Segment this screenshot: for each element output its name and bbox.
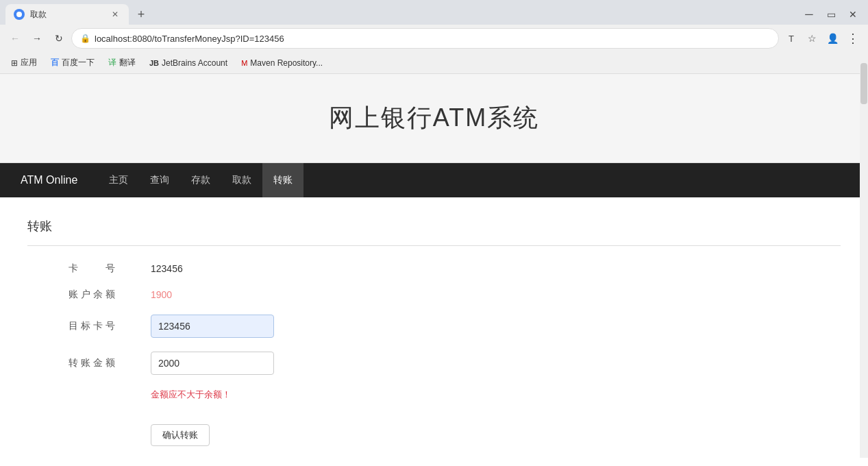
amount-row: 转账金额 (69, 352, 841, 375)
card-number-value: 123456 (151, 263, 183, 274)
submit-row: 确认转账 (69, 424, 841, 446)
page-content: 网上银行ATM系统 ATM Online 主页 查询 存款 取款 转账 转账 卡… (0, 74, 868, 466)
target-card-input[interactable] (151, 315, 274, 338)
amount-label: 转账金额 (69, 357, 151, 369)
tab-label: 取款 (30, 9, 104, 21)
bookmark-baidu-label: 百度一下 (62, 57, 95, 69)
transfer-form: 卡 号 123456 账户余额 1900 目标卡号 转账金额 金额应不大 (69, 262, 841, 446)
profile-icon[interactable]: 👤 (823, 29, 842, 48)
bookmark-translate[interactable]: 译 翻译 (103, 56, 141, 70)
bookmarks-bar: ⊞ 应用 百 百度一下 译 翻译 JB JetBrains Account M … (0, 52, 868, 74)
forward-button[interactable]: → (27, 29, 47, 48)
bookmark-translate-label: 翻译 (119, 57, 136, 69)
nav-deposit[interactable]: 存款 (180, 163, 221, 197)
error-row: 金额应不大于余额！ (69, 389, 841, 410)
main-content: 转账 卡 号 123456 账户余额 1900 目标卡号 转账金额 (0, 197, 868, 466)
target-card-row: 目标卡号 (69, 315, 841, 338)
amount-input[interactable] (151, 352, 274, 375)
bookmark-maven[interactable]: M Maven Repository... (236, 57, 328, 69)
form-section-title: 转账 (27, 218, 841, 234)
browser-controls: ← → ↻ 🔒 localhost:8080/toTransferMoneyJs… (0, 25, 868, 52)
bookmark-maven-label: Maven Repository... (250, 58, 323, 68)
scrollbar[interactable] (860, 60, 868, 458)
address-text: localhost:8080/toTransferMoneyJsp?ID=123… (95, 34, 770, 44)
bookmark-apps-label: 应用 (21, 57, 37, 69)
maximize-button[interactable]: ▭ (821, 5, 841, 24)
navbar-brand: ATM Online (14, 174, 84, 186)
navbar: ATM Online 主页 查询 存款 取款 转账 (0, 163, 868, 197)
site-header: 网上银行ATM系统 (0, 74, 868, 163)
bookmark-jetbrains-label: JetBrains Account (162, 58, 227, 68)
svg-point-0 (16, 12, 22, 17)
nav-withdraw[interactable]: 取款 (221, 163, 262, 197)
submit-button[interactable]: 确认转账 (151, 424, 210, 446)
bookmark-apps[interactable]: ⊞ 应用 (5, 56, 42, 70)
tab-favicon (14, 9, 25, 20)
nav-query[interactable]: 查询 (139, 163, 180, 197)
lock-icon: 🔒 (80, 34, 90, 43)
card-number-row: 卡 号 123456 (69, 262, 841, 275)
nav-home[interactable]: 主页 (98, 163, 139, 197)
scrollbar-thumb[interactable] (860, 63, 867, 104)
bookmark-jetbrains[interactable]: JB JetBrains Account (144, 57, 233, 69)
section-divider (27, 245, 841, 246)
balance-row: 账户余额 1900 (69, 289, 841, 301)
target-card-label: 目标卡号 (69, 320, 151, 332)
minimize-button[interactable]: ─ (799, 5, 819, 24)
title-bar: 取款 ✕ + ─ ▭ ✕ (0, 0, 868, 25)
balance-value: 1900 (151, 289, 172, 300)
baidu-icon: 百 (51, 57, 59, 69)
reload-button[interactable]: ↻ (49, 29, 69, 48)
apps-icon: ⊞ (11, 58, 18, 68)
tab-close-button[interactable]: ✕ (110, 9, 121, 20)
menu-icon[interactable]: ⋮ (843, 29, 863, 48)
error-message: 金额应不大于余额！ (151, 389, 231, 401)
site-title: 网上银行ATM系统 (0, 101, 868, 135)
card-number-label: 卡 号 (69, 262, 151, 275)
browser-action-buttons: T ☆ 👤 ⋮ (782, 29, 863, 48)
browser-tab[interactable]: 取款 ✕ (5, 4, 129, 25)
translate-icon[interactable]: T (782, 29, 801, 48)
new-tab-button[interactable]: + (132, 5, 151, 24)
address-bar[interactable]: 🔒 localhost:8080/toTransferMoneyJsp?ID=1… (71, 28, 779, 49)
bookmark-icon[interactable]: ☆ (802, 29, 821, 48)
nav-transfer[interactable]: 转账 (262, 163, 303, 197)
bookmark-baidu[interactable]: 百 百度一下 (45, 56, 100, 70)
balance-label: 账户余额 (69, 289, 151, 301)
jetbrains-icon: JB (149, 59, 159, 67)
translate-bookmark-icon: 译 (108, 57, 116, 69)
maven-icon: M (241, 59, 247, 67)
back-button[interactable]: ← (5, 29, 25, 48)
close-window-button[interactable]: ✕ (843, 5, 863, 24)
browser-frame: 取款 ✕ + ─ ▭ ✕ ← → ↻ 🔒 localhost:8080/toTr… (0, 0, 868, 74)
